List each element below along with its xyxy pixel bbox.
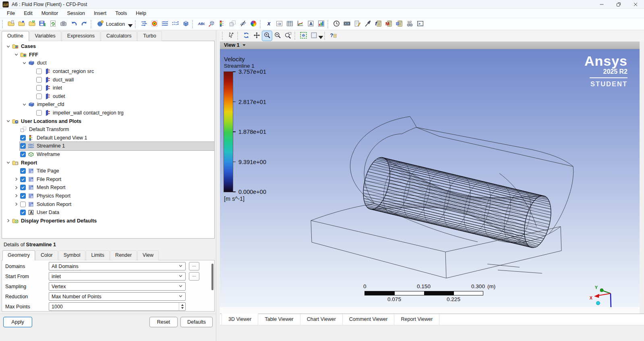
pan-button[interactable] <box>252 31 261 41</box>
tree-item-duct[interactable]: duct <box>2 59 214 67</box>
location-dropdown-button[interactable]: Location <box>94 19 134 29</box>
function-calculator-button[interactable]: f <box>373 19 383 29</box>
chevron-down-icon[interactable] <box>21 102 28 107</box>
command-editor-button[interactable]: >_ <box>415 19 425 29</box>
details-tab-geometry[interactable]: Geometry <box>2 250 35 260</box>
visibility-checkbox[interactable] <box>20 135 26 141</box>
3d-viewport[interactable]: Y X Z Velocity Streamline 1 3.757e+012.8… <box>220 49 640 307</box>
menu-insert[interactable]: Insert <box>89 9 111 17</box>
more-options-button[interactable]: ... <box>189 272 199 281</box>
menu-session[interactable]: Session <box>62 9 89 17</box>
sampling-select[interactable]: Vertex <box>49 282 186 291</box>
tab-outline[interactable]: Outline <box>2 31 29 41</box>
volume-rendering-button[interactable] <box>181 19 191 29</box>
tree-item-wireframe[interactable]: Wireframe <box>2 150 214 159</box>
instance-transform-button[interactable] <box>228 19 237 29</box>
chart-button[interactable] <box>295 19 305 29</box>
comment-button[interactable]: A <box>306 19 315 29</box>
tree-item-contact-region-src[interactable]: contact_region src <box>2 67 214 76</box>
tree-item-fff[interactable]: FFF <box>2 51 214 59</box>
tab-variables[interactable]: Variables <box>29 31 61 41</box>
timestep-button[interactable] <box>331 19 341 29</box>
max-points-stepper[interactable]: 1000 <box>49 302 186 311</box>
close-button[interactable] <box>627 0 644 8</box>
whats-this-button[interactable]: ? <box>328 31 338 41</box>
stepper-arrows[interactable] <box>179 303 185 310</box>
details-tab-symbol[interactable]: Symbol <box>58 250 86 260</box>
tab-expressions[interactable]: Expressions <box>62 31 100 41</box>
tree-item-physics-report[interactable]: Physics Report <box>2 192 214 200</box>
load-results-button[interactable] <box>6 19 16 29</box>
variable-button[interactable]: √α <box>274 19 284 29</box>
scrollbar-thumb[interactable] <box>211 264 213 290</box>
minimize-button[interactable] <box>593 0 610 8</box>
reload-button[interactable] <box>48 19 58 29</box>
chevron-down-icon[interactable] <box>4 44 12 49</box>
tab-turbo[interactable]: Turbo <box>137 31 162 41</box>
chevron-right-icon[interactable] <box>12 185 20 190</box>
streamline-button[interactable] <box>160 19 170 29</box>
zoom-box-button[interactable] <box>262 31 272 41</box>
tree-item-user-data[interactable]: AUser Data <box>2 208 214 217</box>
tree-item-title-page[interactable]: Title Page <box>2 167 214 175</box>
viewer-tab-chart-viewer[interactable]: Chart Viewer <box>300 314 343 325</box>
tree-item-file-report[interactable]: File Report <box>2 175 214 184</box>
more-options-button[interactable]: ... <box>189 262 199 270</box>
open-session-button[interactable] <box>17 19 26 29</box>
visibility-checkbox[interactable] <box>36 110 42 116</box>
visibility-checkbox[interactable] <box>20 193 26 199</box>
projection-button[interactable] <box>309 31 323 41</box>
figure-button[interactable] <box>316 19 326 29</box>
chevron-down-icon[interactable] <box>4 119 12 123</box>
visibility-checkbox[interactable] <box>20 143 26 149</box>
viewer-tab-table-viewer[interactable]: Table Viewer <box>258 314 300 325</box>
visibility-checkbox[interactable] <box>20 202 26 207</box>
mesh-calculator-button[interactable] <box>394 19 404 29</box>
tree-item-streamline-1[interactable]: Streamline 1 <box>2 142 214 150</box>
viewer-tab-report-viewer[interactable]: Report Viewer <box>394 314 439 325</box>
macro-calculator-button[interactable]: M <box>384 19 393 29</box>
defaults-button[interactable]: Defaults <box>180 317 213 327</box>
tree-item-user-locations-and-plots[interactable]: User Locations and Plots <box>2 117 214 125</box>
menu-tools[interactable]: Tools <box>111 9 131 17</box>
table-button[interactable] <box>285 19 294 29</box>
visibility-checkbox[interactable] <box>36 69 42 74</box>
case-comparison-button[interactable]: 1|2 <box>405 19 414 29</box>
visibility-checkbox[interactable] <box>36 85 42 91</box>
tree-item-display-properties-and-defaults[interactable]: Display Properties and Defaults <box>2 216 214 225</box>
tree-item-outlet[interactable]: outlet <box>2 92 214 101</box>
zoom-in-button[interactable] <box>273 31 282 41</box>
details-tab-render[interactable]: Render <box>110 250 137 260</box>
particle-track-button[interactable] <box>170 19 180 29</box>
probe-button[interactable] <box>363 19 373 29</box>
menu-help[interactable]: Help <box>131 9 151 17</box>
maximize-button[interactable] <box>610 0 627 8</box>
chevron-down-icon[interactable] <box>21 61 28 65</box>
fit-view-button[interactable] <box>298 31 308 41</box>
tree-item-cases[interactable]: Cases <box>2 42 214 51</box>
undo-button[interactable] <box>69 19 79 29</box>
animation-button[interactable] <box>342 19 352 29</box>
clip-plane-button[interactable] <box>238 19 248 29</box>
zoom-area-button[interactable] <box>283 31 293 41</box>
chevron-down-icon[interactable] <box>4 160 12 165</box>
open-state-button[interactable] <box>27 19 37 29</box>
redo-button[interactable] <box>79 19 89 29</box>
text-button[interactable]: ABC <box>196 19 206 29</box>
chevron-right-icon[interactable] <box>12 193 20 198</box>
visibility-checkbox[interactable] <box>20 177 26 182</box>
viewer-tab-3d-viewer[interactable]: 3D Viewer <box>222 314 258 325</box>
tree-item-solution-report[interactable]: Solution Report <box>2 200 214 208</box>
color-map-button[interactable] <box>248 19 258 29</box>
visibility-checkbox[interactable] <box>20 185 26 190</box>
visibility-checkbox[interactable] <box>20 210 26 215</box>
details-tab-view[interactable]: View <box>137 250 159 260</box>
menu-monitor[interactable]: Monitor <box>37 9 63 17</box>
visibility-checkbox[interactable] <box>20 152 26 157</box>
tree-item-inlet[interactable]: inlet <box>2 84 214 92</box>
legend-button[interactable] <box>217 19 227 29</box>
menu-file[interactable]: File <box>2 9 19 17</box>
details-tab-limits[interactable]: Limits <box>86 250 110 260</box>
vector-button[interactable] <box>139 19 149 29</box>
save-state-button[interactable] <box>37 19 47 29</box>
